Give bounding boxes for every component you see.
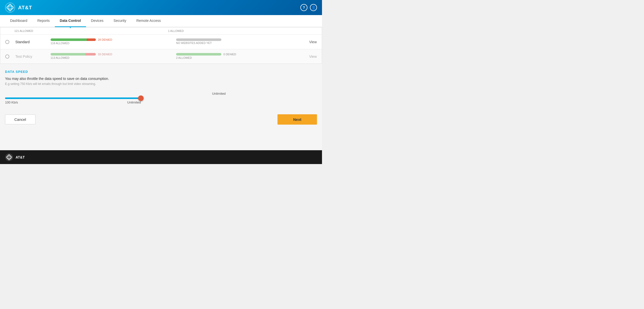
footer-brand-name: AT&T bbox=[16, 155, 25, 159]
data-speed-slider-container bbox=[5, 97, 141, 99]
radio-test-policy[interactable] bbox=[5, 55, 10, 59]
next-button[interactable]: Next bbox=[277, 114, 317, 125]
app-header: AT&T ? 👤 bbox=[0, 0, 322, 15]
data-speed-title: DATA SPEED bbox=[5, 70, 317, 74]
nav-item-dashboard[interactable]: Dashboard bbox=[5, 15, 32, 27]
brand-area: AT&T bbox=[5, 3, 32, 13]
app-footer: AT&T bbox=[0, 150, 322, 164]
slider-min-label: 100 Kb/s bbox=[5, 100, 18, 104]
slider-above-label: Unlimited bbox=[121, 92, 317, 95]
header-actions: ? 👤 bbox=[300, 4, 317, 11]
navigation-bar: Dashboard Reports Data Control Devices S… bbox=[0, 15, 322, 27]
nav-item-remote-access[interactable]: Remote Access bbox=[131, 15, 166, 27]
slider-thumb[interactable] bbox=[138, 95, 144, 101]
slider-labels: 100 Kb/s Unlimited bbox=[5, 100, 141, 104]
main-content: 121 ALLOWED 1 ALLOWED Standard 28 DENIED bbox=[0, 27, 322, 150]
bottom-action-bar: Cancel Next bbox=[0, 109, 322, 130]
policy-name-standard: Standard bbox=[15, 40, 46, 44]
data-speed-example: E.g setting 750 Kb/s will let emails thr… bbox=[5, 82, 317, 86]
header-col2: 1 ALLOWED bbox=[168, 29, 317, 32]
user-button[interactable]: 👤 bbox=[310, 4, 317, 11]
apps-bar-test: 33 DENIED 113 ALLOWED bbox=[51, 53, 171, 60]
data-speed-section: DATA SPEED You may also throttle the dat… bbox=[0, 64, 322, 109]
nav-item-data-control[interactable]: Data Control bbox=[55, 15, 86, 27]
websites-bar-test: 0 DENIED 2 ALLOWED bbox=[176, 53, 297, 60]
header-col1: 121 ALLOWED bbox=[14, 29, 163, 32]
help-button[interactable]: ? bbox=[300, 4, 307, 11]
policy-name-test: Test Policy bbox=[15, 55, 46, 59]
policy-table: 121 ALLOWED 1 ALLOWED Standard 28 DENIED bbox=[0, 27, 322, 64]
footer-att-logo-icon bbox=[5, 153, 13, 161]
radio-standard[interactable] bbox=[5, 40, 10, 44]
nav-item-reports[interactable]: Reports bbox=[32, 15, 55, 27]
slider-max-label: Unlimited bbox=[127, 100, 141, 104]
table-header-row: 121 ALLOWED 1 ALLOWED bbox=[0, 27, 322, 35]
table-row: Test Policy 33 DENIED 113 ALLOWED 0 DENI… bbox=[0, 49, 322, 64]
view-button-test[interactable]: View bbox=[302, 55, 317, 59]
websites-bar-standard: NO WEBSITES ADDED YET bbox=[176, 38, 297, 45]
brand-name: AT&T bbox=[18, 5, 32, 11]
cancel-button[interactable]: Cancel bbox=[5, 115, 35, 124]
att-logo-icon bbox=[5, 3, 15, 13]
data-speed-description: You may also throttle the data speed to … bbox=[5, 77, 317, 81]
apps-bar-standard: 28 DENIED 118 ALLOWED bbox=[51, 38, 171, 45]
nav-item-devices[interactable]: Devices bbox=[86, 15, 109, 27]
nav-item-security[interactable]: Security bbox=[108, 15, 131, 27]
slider-track bbox=[5, 97, 141, 99]
table-row: Standard 28 DENIED 118 ALLOWED NO bbox=[0, 35, 322, 49]
view-button-standard[interactable]: View bbox=[302, 40, 317, 44]
